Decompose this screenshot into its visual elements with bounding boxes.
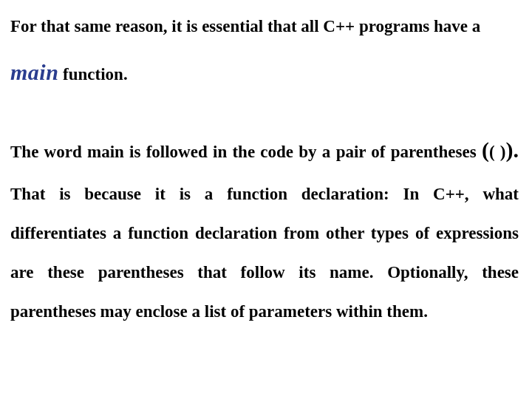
paragraph-2: The word main is followed in the code by… bbox=[10, 124, 519, 332]
parens-open-big: ( bbox=[482, 137, 489, 162]
parens-close-big: ). bbox=[506, 137, 519, 162]
keyword-main: main bbox=[10, 60, 58, 84]
para1-text-1: For that same reason, it is essential th… bbox=[10, 17, 480, 35]
paragraph-1: For that same reason, it is essential th… bbox=[10, 7, 519, 98]
document-page: For that same reason, it is essential th… bbox=[0, 0, 532, 399]
parens-inner: ( ) bbox=[489, 143, 506, 161]
para1-text-2: function. bbox=[58, 65, 127, 83]
para2-text-2: That is because it is a function declara… bbox=[10, 185, 519, 321]
para2-text-1: The word main is followed in the code by… bbox=[10, 143, 482, 161]
